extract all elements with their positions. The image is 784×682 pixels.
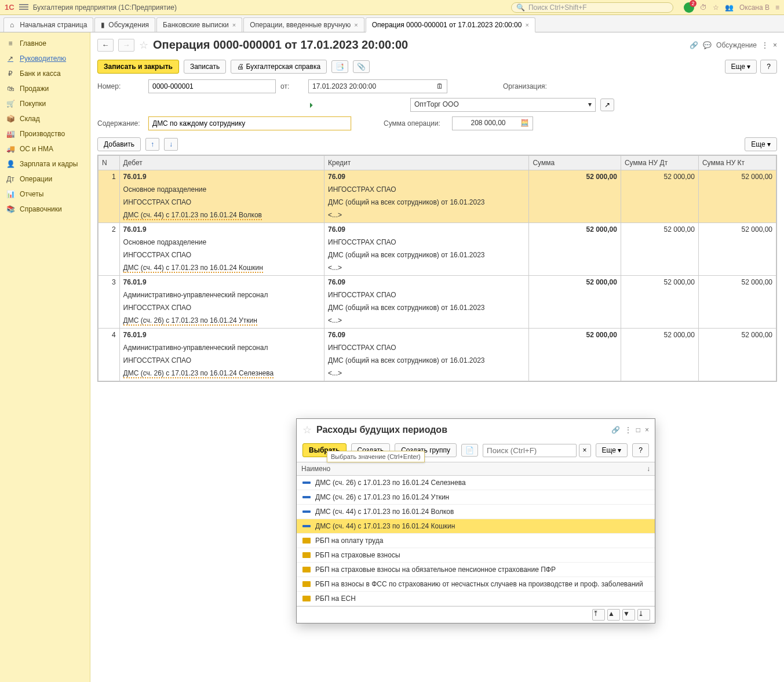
table-row[interactable]: ИНГОССТРАХ СПАОДМС (общий на всех сотруд… bbox=[99, 301, 776, 314]
table-row[interactable]: 476.01.976.0952 000,0052 000,0052 000,00 bbox=[99, 329, 776, 342]
dialog-more-button[interactable]: Еще ▾ bbox=[596, 443, 628, 457]
cell-debit-sub1[interactable]: Административно-управленческий персонал bbox=[119, 289, 324, 301]
cell-sum[interactable]: 52 000,00 bbox=[529, 276, 621, 289]
table-row[interactable]: Основное подразделениеИНГОССТРАХ СПАО bbox=[99, 236, 776, 249]
cell-credit-sub1[interactable]: ИНГОССТРАХ СПАО bbox=[324, 341, 529, 354]
tab-home[interactable]: Начальная страница bbox=[3, 17, 93, 32]
favorite-icon[interactable]: ☆ bbox=[302, 424, 312, 436]
discuss-icon[interactable]: 💬 bbox=[703, 41, 712, 49]
cell-nuk[interactable]: 52 000,00 bbox=[698, 223, 776, 236]
maximize-icon[interactable]: □ bbox=[636, 426, 640, 434]
col-n[interactable]: N bbox=[99, 156, 120, 170]
col-nuk[interactable]: Сумма НУ Кт bbox=[698, 156, 776, 170]
cell-debit-sub3[interactable]: ДМС (сч. 26) с 17.01.23 по 16.01.24 Селе… bbox=[119, 367, 324, 381]
menu-icon[interactable] bbox=[19, 4, 28, 11]
sidebar-item[interactable]: 📦Склад bbox=[0, 111, 90, 126]
table-row[interactable]: ДМС (сч. 26) с 17.01.23 по 16.01.24 Утки… bbox=[99, 314, 776, 329]
date-field[interactable]: 17.01.2023 20:00:00🗓 bbox=[308, 79, 447, 93]
cell-debit-sub1[interactable]: Основное подразделение bbox=[119, 236, 324, 249]
sidebar-item[interactable]: ≡Главное bbox=[0, 36, 90, 51]
table-row[interactable]: 176.01.976.0952 000,0052 000,0052 000,00 bbox=[99, 170, 776, 184]
table-row[interactable]: 276.01.976.0952 000,0052 000,0052 000,00 bbox=[99, 223, 776, 236]
cell-credit-sub3[interactable]: <...> bbox=[324, 367, 529, 381]
sidebar-item[interactable]: ₽Банк и касса bbox=[0, 66, 90, 81]
number-field[interactable] bbox=[148, 79, 276, 93]
cell-debit-sub3[interactable]: ДМС (сч. 26) с 17.01.23 по 16.01.24 Утки… bbox=[119, 314, 324, 329]
list-item[interactable]: ДМС (сч. 26) с 17.01.23 по 16.01.24 Селе… bbox=[297, 476, 655, 490]
save-button[interactable]: Записать bbox=[184, 60, 226, 74]
acc-ref-button[interactable]: 🖨 Бухгалтерская справка bbox=[231, 60, 327, 74]
cell-sum[interactable]: 52 000,00 bbox=[529, 223, 621, 236]
close-icon[interactable]: × bbox=[645, 426, 649, 434]
cell-credit-sub2[interactable]: ДМС (общий на всех сотрудников) от 16.01… bbox=[324, 249, 529, 261]
list-item[interactable]: РБП на ЕСН bbox=[297, 592, 655, 606]
cell-credit-sub1[interactable]: ИНГОССТРАХ СПАО bbox=[324, 289, 529, 301]
org-open-button[interactable]: ↗ bbox=[600, 99, 614, 111]
col-credit[interactable]: Кредит bbox=[324, 156, 529, 170]
cell-sum[interactable]: 52 000,00 bbox=[529, 329, 621, 342]
sidebar-item[interactable]: 🏭Производство bbox=[0, 126, 90, 141]
sumop-field[interactable]: 208 000,00🧮 bbox=[452, 116, 533, 130]
history-icon[interactable]: ⏱ bbox=[700, 3, 707, 12]
dropdown-icon[interactable]: ≡ bbox=[775, 3, 779, 12]
list-item[interactable]: РБП на взносы в ФСС по страхованию от не… bbox=[297, 577, 655, 592]
cell-credit-acc[interactable]: 76.09 bbox=[324, 223, 529, 236]
table-more-button[interactable]: Еще ▾ bbox=[745, 137, 777, 151]
cell-debit-acc[interactable]: 76.01.9 bbox=[119, 170, 324, 184]
folder-button[interactable]: 📄 bbox=[461, 444, 478, 457]
description-field[interactable] bbox=[148, 116, 351, 130]
cell-debit-acc[interactable]: 76.01.9 bbox=[119, 329, 324, 342]
list-item[interactable]: РБП на страховые взносы на обязательное … bbox=[297, 563, 655, 577]
cell-credit-sub2[interactable]: ДМС (общий на всех сотрудников) от 16.01… bbox=[324, 301, 529, 314]
dialog-search[interactable] bbox=[483, 444, 576, 457]
scroll-up-button[interactable]: ▲ bbox=[607, 609, 620, 621]
cell-nuk[interactable]: 52 000,00 bbox=[698, 276, 776, 289]
cell-nud[interactable]: 52 000,00 bbox=[621, 170, 698, 184]
cell-debit-acc[interactable]: 76.01.9 bbox=[119, 223, 324, 236]
cell-nud[interactable]: 52 000,00 bbox=[621, 223, 698, 236]
calc-icon[interactable]: 🧮 bbox=[520, 119, 529, 128]
scroll-bottom-button[interactable]: ⤓ bbox=[637, 609, 650, 621]
sidebar-item[interactable]: 🛍Продажи bbox=[0, 81, 90, 96]
user-name[interactable]: Оксана В bbox=[739, 3, 770, 12]
org-field[interactable]: ОптТорг ООО▾ bbox=[410, 98, 596, 112]
cell-debit-sub1[interactable]: Административно-управленческий персонал bbox=[119, 341, 324, 354]
list-item[interactable]: ДМС (сч. 44) с 17.01.23 по 16.01.24 Волк… bbox=[297, 505, 655, 519]
sidebar-item[interactable]: ↗Руководителю bbox=[0, 51, 90, 66]
sidebar-item[interactable]: 📊Отчеты bbox=[0, 187, 90, 202]
cell-debit-sub1[interactable]: Основное подразделение bbox=[119, 183, 324, 196]
close-icon[interactable]: × bbox=[232, 21, 236, 28]
sidebar-item[interactable]: ДтОперации bbox=[0, 172, 90, 187]
cell-debit-sub3[interactable]: ДМС (сч. 44) с 17.01.23 по 16.01.24 Кошк… bbox=[119, 261, 324, 276]
more-button[interactable]: Еще ▾ bbox=[725, 60, 757, 74]
table-row[interactable]: Основное подразделениеИНГОССТРАХ СПАО bbox=[99, 183, 776, 196]
global-search[interactable]: 🔍 Поиск Ctrl+Shift+F bbox=[511, 2, 673, 13]
kebab-icon[interactable]: ⋮ bbox=[761, 41, 768, 49]
table-row[interactable]: Административно-управленческий персоналИ… bbox=[99, 341, 776, 354]
cell-credit-sub3[interactable]: <...> bbox=[324, 209, 529, 223]
cell-debit-acc[interactable]: 76.01.9 bbox=[119, 276, 324, 289]
cell-credit-sub2[interactable]: ДМС (общий на всех сотрудников) от 16.01… bbox=[324, 196, 529, 209]
table-row[interactable]: ИНГОССТРАХ СПАОДМС (общий на всех сотруд… bbox=[99, 196, 776, 209]
cell-credit-acc[interactable]: 76.09 bbox=[324, 170, 529, 184]
table-row[interactable]: ДМС (сч. 44) с 17.01.23 по 16.01.24 Волк… bbox=[99, 209, 776, 223]
tab-operation[interactable]: Операция 0000-000001 от 17.01.2023 20:00… bbox=[366, 17, 535, 32]
cell-debit-sub2[interactable]: ИНГОССТРАХ СПАО bbox=[119, 249, 324, 261]
col-name[interactable]: Наимено bbox=[301, 465, 647, 473]
favorite-icon[interactable]: ☆ bbox=[139, 39, 148, 52]
dialog-list[interactable]: ДМС (сч. 26) с 17.01.23 по 16.01.24 Селе… bbox=[297, 476, 655, 606]
cell-debit-sub2[interactable]: ИНГОССТРАХ СПАО bbox=[119, 196, 324, 209]
list-item[interactable]: РБП на оплату труда bbox=[297, 534, 655, 548]
tab-discuss[interactable]: ▮Обсуждения bbox=[94, 17, 155, 32]
cell-credit-sub1[interactable]: ИНГОССТРАХ СПАО bbox=[324, 236, 529, 249]
cell-credit-sub1[interactable]: ИНГОССТРАХ СПАО bbox=[324, 183, 529, 196]
tab-bank[interactable]: Банковские выписки× bbox=[156, 17, 242, 32]
table-row[interactable]: ИНГОССТРАХ СПАОДМС (общий на всех сотруд… bbox=[99, 249, 776, 261]
table-row[interactable]: Административно-управленческий персоналИ… bbox=[99, 289, 776, 301]
list-item[interactable]: РБП на страховые взносы bbox=[297, 548, 655, 563]
chevron-down-icon[interactable]: ▾ bbox=[588, 100, 592, 110]
discuss-label[interactable]: Обсуждение bbox=[716, 41, 757, 49]
sidebar-item[interactable]: 🚚ОС и НМА bbox=[0, 141, 90, 156]
kebab-icon[interactable]: ⋮ bbox=[625, 426, 632, 434]
star-icon[interactable]: ☆ bbox=[713, 3, 719, 12]
